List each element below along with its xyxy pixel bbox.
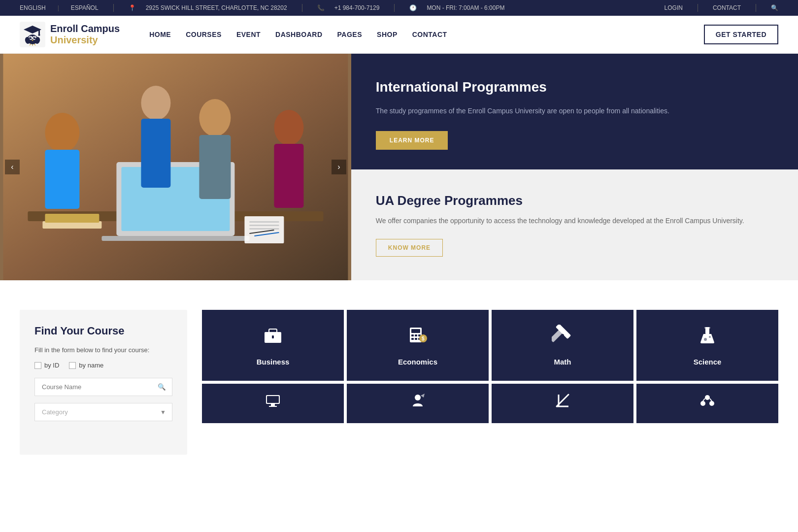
lang-espanol[interactable]: ESPAÑOL [71, 4, 99, 11]
svg-rect-21 [101, 236, 249, 241]
get-started-button[interactable]: GET STARTED [704, 25, 778, 44]
find-section: Find Your Course Fill in the form below … [0, 280, 798, 474]
logo-text: Enroll Campus University [50, 23, 120, 46]
svg-point-63 [415, 395, 421, 400]
svg-point-69 [709, 401, 714, 406]
checkbox-row: by ID by name [34, 362, 172, 369]
svg-rect-23 [45, 214, 99, 223]
svg-point-30 [274, 110, 303, 145]
svg-rect-31 [274, 144, 303, 208]
svg-rect-29 [199, 135, 231, 199]
checkbox-by-name[interactable] [69, 362, 76, 369]
slider-prev-button[interactable]: ‹ [5, 160, 20, 174]
contact-link[interactable]: CONTACT [713, 4, 741, 11]
logo-bottom-text: University [50, 34, 120, 46]
know-more-button[interactable]: KNOW MORE [376, 239, 443, 257]
hours-text: MON - FRI: 7:00AM - 6:00PM [427, 4, 504, 11]
hero-section: ‹ › International Programmes The study p… [0, 54, 798, 280]
nav-home[interactable]: HOME [149, 31, 171, 38]
nav-event[interactable]: EVENT [236, 31, 261, 38]
learn-more-button[interactable]: LEARN MORE [376, 131, 448, 150]
phone-text: +1 984-700-7129 [334, 4, 380, 11]
cat5-icon [265, 393, 281, 411]
svg-rect-35 [249, 228, 279, 230]
business-icon [262, 325, 284, 351]
degree-title: UA Degree Programmes [376, 193, 773, 208]
nav-shop[interactable]: SHOP [377, 31, 398, 38]
math-icon [552, 325, 573, 351]
svg-rect-58 [704, 327, 710, 329]
checkbox-by-id-label[interactable]: by ID [34, 362, 59, 369]
nav-courses[interactable]: COURSES [186, 31, 222, 38]
course-name-input[interactable] [35, 378, 152, 396]
checkbox-by-id[interactable] [34, 362, 41, 369]
find-course-form: Find Your Course Fill in the form below … [20, 310, 187, 455]
degree-desc: We offer companies the opportunity to ac… [376, 215, 773, 227]
phone-icon: 📞 [317, 4, 325, 11]
svg-rect-45 [415, 334, 417, 336]
cat7-icon [555, 393, 570, 411]
svg-point-68 [700, 401, 705, 406]
chevron-down-icon: ▼ [154, 409, 172, 416]
category-select[interactable]: Category Business Economics Math Science [35, 403, 154, 421]
top-divider-4 [698, 4, 698, 12]
lang-english[interactable]: ENGLISH [20, 4, 46, 11]
svg-rect-43 [411, 329, 420, 333]
address-text: 2925 SWICK HILL STREET, CHARLOTTE, NC 28… [146, 4, 287, 11]
categories-grid: Business $ Economics [202, 310, 778, 455]
hero-international-panel: International Programmes The study progr… [351, 54, 798, 169]
logo-icon [20, 22, 45, 47]
find-course-title: Find Your Course [34, 325, 172, 337]
category-business[interactable]: Business [202, 310, 344, 381]
svg-point-26 [141, 86, 170, 120]
business-label: Business [257, 358, 290, 366]
search-icon[interactable]: 🔍 [771, 4, 778, 11]
course-name-input-row: 🔍 [34, 378, 172, 396]
cat8-icon [699, 393, 715, 411]
svg-rect-47 [411, 338, 414, 340]
category-6[interactable] [347, 384, 489, 423]
checkbox-by-name-label[interactable]: by name [69, 362, 103, 369]
svg-point-54 [561, 334, 564, 337]
cat6-icon [410, 393, 426, 411]
category-select-row: Category Business Economics Math Science… [34, 403, 172, 421]
login-link[interactable]: LOGIN [665, 4, 683, 11]
science-icon [697, 325, 718, 351]
svg-rect-60 [271, 404, 275, 406]
category-economics[interactable]: $ Economics [347, 310, 489, 381]
svg-rect-62 [267, 396, 279, 403]
svg-rect-33 [249, 221, 279, 223]
lang-divider: | [58, 4, 59, 11]
nav-contact[interactable]: CONTACT [412, 31, 447, 38]
svg-point-8 [33, 37, 36, 39]
svg-rect-34 [249, 225, 279, 226]
category-5[interactable] [202, 384, 344, 423]
svg-line-71 [710, 399, 712, 401]
address-icon: 📍 [129, 4, 136, 11]
clock-icon: 🕐 [409, 4, 417, 11]
main-nav: HOME COURSES EVENT DASHBOARD PAGES SHOP … [149, 31, 704, 38]
svg-rect-27 [141, 119, 170, 188]
science-label: Science [694, 358, 722, 366]
category-science[interactable]: Science [636, 310, 778, 381]
top-divider-1 [113, 4, 114, 12]
svg-rect-61 [269, 406, 277, 407]
header: Enroll Campus University HOME COURSES EV… [0, 16, 798, 54]
category-8[interactable] [636, 384, 778, 423]
slider-next-button[interactable]: › [332, 160, 346, 174]
svg-rect-48 [415, 338, 417, 340]
svg-rect-44 [411, 334, 414, 336]
nav-dashboard[interactable]: DASHBOARD [275, 31, 323, 38]
search-submit-icon: 🔍 [158, 383, 166, 391]
category-math[interactable]: Math [492, 310, 633, 381]
svg-point-7 [30, 37, 32, 39]
logo-top-text: Enroll Campus [50, 23, 120, 34]
international-desc: The study programmes of the Enroll Campu… [376, 105, 773, 117]
nav-pages[interactable]: PAGES [337, 31, 362, 38]
top-divider-3 [394, 4, 395, 12]
svg-point-56 [704, 338, 707, 341]
svg-point-28 [199, 99, 231, 136]
svg-point-10 [34, 37, 35, 38]
course-search-button[interactable]: 🔍 [152, 378, 172, 396]
category-7[interactable] [492, 384, 633, 423]
